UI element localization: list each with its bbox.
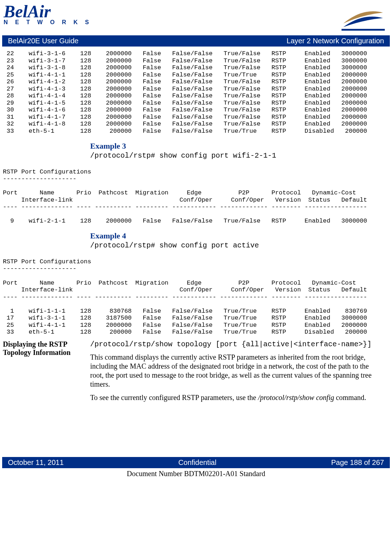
command-syntax: /protocol/rstp/show topology [port {all|… xyxy=(90,340,378,348)
section-row: Displaying the RSTP Topology Information… xyxy=(0,340,392,406)
section-body: /protocol/rstp/show topology [port {all|… xyxy=(90,340,392,406)
swoosh-icon xyxy=(342,4,385,34)
example-3-heading: Example 3 xyxy=(90,141,392,151)
config-table-2: RSTP Port Configurations ---------------… xyxy=(0,168,392,225)
page: BelAir N E T W O R K S BelAir20E User Gu… xyxy=(0,0,392,478)
para2-a: To see the currently configured RSTP par… xyxy=(90,394,258,401)
para2-b: /protocol/rstp/show config xyxy=(258,394,334,401)
example-3-command: /protocol/rstp# show config port wifi-2-… xyxy=(90,151,392,160)
title-left: BelAir20E User Guide xyxy=(8,37,79,45)
section-para-1: This command displays the currently acti… xyxy=(90,353,378,389)
example-4-heading: Example 4 xyxy=(90,231,392,241)
svg-rect-0 xyxy=(342,29,385,31)
para2-c: command. xyxy=(334,394,366,401)
section-para-2: To see the currently configured RSTP par… xyxy=(90,393,378,402)
footer-date: October 11, 2011 xyxy=(8,458,64,467)
logo-left: BelAir N E T W O R K S xyxy=(4,4,92,26)
footer-bar: October 11, 2011 Confidential Page 188 o… xyxy=(2,457,390,468)
section-title: Displaying the RSTP Topology Information xyxy=(0,340,90,406)
example-4-command: /protocol/rstp# show config port active xyxy=(90,241,392,250)
config-table-1: 22 wifi-3-1-6 128 2000000 False False/Fa… xyxy=(0,50,392,135)
logo-row: BelAir N E T W O R K S xyxy=(0,0,392,34)
footer-page: Page 188 of 267 xyxy=(331,458,384,467)
brand-logo: BelAir xyxy=(4,4,92,19)
brand-sub: N E T W O R K S xyxy=(4,19,92,26)
title-bar: BelAir20E User Guide Layer 2 Network Con… xyxy=(2,35,390,47)
footer-confidential: Confidential xyxy=(179,458,217,467)
config-table-3: RSTP Port Configurations ---------------… xyxy=(0,258,392,336)
document-number: Document Number BDTM02201-A01 Standard xyxy=(0,470,392,478)
title-right: Layer 2 Network Configuration xyxy=(287,37,384,45)
